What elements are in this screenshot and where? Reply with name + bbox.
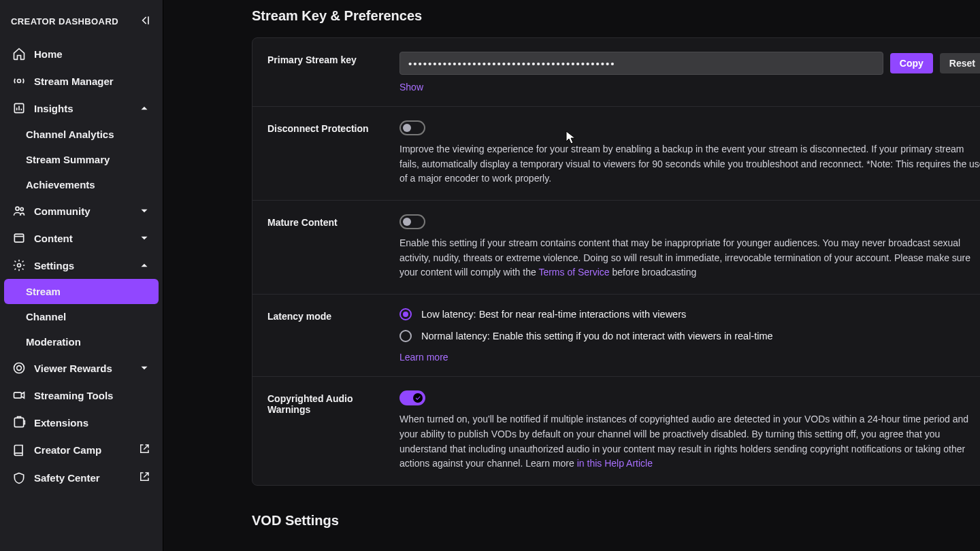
radio-icon [399, 330, 412, 342]
sidebar-title: CREATOR DASHBOARD [11, 16, 118, 27]
row-label: Primary Stream key [267, 52, 383, 93]
audio-description: When turned on, you'll be notified if mu… [399, 412, 980, 471]
chevron-down-icon [138, 362, 150, 374]
sidebar-label: Insights [34, 103, 74, 114]
sidebar-label: Creator Camp [34, 444, 101, 456]
camera-icon [12, 388, 26, 402]
sidebar: CREATOR DASHBOARD Home Stream Manager In… [0, 0, 163, 551]
sidebar-item-channel-analytics[interactable]: Channel Analytics [4, 122, 159, 147]
disconnect-description: Improve the viewing experience for your … [399, 142, 980, 186]
chevron-down-icon [138, 232, 150, 244]
home-icon [12, 47, 26, 61]
sidebar-label: Achievements [26, 179, 95, 190]
svg-point-6 [14, 363, 24, 373]
sidebar-label: Moderation [26, 336, 81, 348]
mature-toggle[interactable] [399, 214, 425, 229]
copy-button[interactable]: Copy [890, 53, 933, 73]
sidebar-item-extensions[interactable]: Extensions [4, 409, 159, 436]
sidebar-label: Viewer Rewards [34, 363, 112, 374]
sidebar-label: Stream Manager [34, 76, 114, 87]
row-label: Mature Content [267, 214, 383, 280]
row-label: Disconnect Protection [267, 120, 383, 186]
audio-warnings-toggle[interactable] [399, 390, 425, 405]
main-content: Stream Key & Preferences Primary Stream … [163, 0, 980, 551]
svg-point-7 [17, 366, 22, 371]
svg-point-3 [20, 207, 23, 210]
sidebar-label: Streaming Tools [34, 390, 113, 401]
sidebar-label: Stream Summary [26, 154, 110, 165]
sidebar-item-settings[interactable]: Settings [4, 252, 159, 279]
rewards-icon [12, 361, 26, 375]
sidebar-label: Extensions [34, 417, 88, 429]
sidebar-item-moderation[interactable]: Moderation [4, 329, 159, 354]
sidebar-item-creator-camp[interactable]: Creator Camp [4, 436, 159, 464]
radio-label: Low latency: Best for near real-time int… [421, 309, 686, 320]
sidebar-item-stream-summary[interactable]: Stream Summary [4, 147, 159, 172]
sidebar-label: Home [34, 48, 63, 60]
collapse-sidebar-button[interactable] [138, 14, 152, 29]
row-disconnect-protection: Disconnect Protection Improve the viewin… [252, 107, 980, 201]
svg-point-2 [16, 207, 19, 210]
row-stream-key: Primary Stream key Copy Reset Show [252, 38, 980, 107]
svg-rect-9 [14, 418, 23, 427]
mature-description: Enable this setting if your stream conta… [399, 236, 980, 280]
reset-button[interactable]: Reset [940, 53, 980, 73]
gear-icon [12, 258, 26, 272]
disconnect-toggle[interactable] [399, 120, 425, 135]
extensions-icon [12, 416, 26, 429]
sidebar-item-insights[interactable]: Insights [4, 95, 159, 122]
radio-icon [399, 308, 412, 320]
sidebar-item-stream[interactable]: Stream [4, 279, 159, 304]
stream-key-input[interactable] [399, 52, 883, 75]
svg-rect-8 [14, 393, 22, 398]
sidebar-label: Community [34, 205, 91, 217]
tos-link[interactable]: Terms of Service [538, 267, 609, 278]
sidebar-label: Stream [26, 286, 61, 297]
book-icon [12, 444, 26, 457]
community-icon [12, 204, 26, 218]
sidebar-item-streaming-tools[interactable]: Streaming Tools [4, 382, 159, 409]
svg-point-5 [18, 264, 21, 267]
stream-manager-icon [12, 74, 26, 88]
sidebar-label: Channel [26, 311, 66, 322]
sidebar-label: Settings [34, 260, 74, 271]
chevron-down-icon [138, 205, 150, 217]
latency-low-radio[interactable]: Low latency: Best for near real-time int… [399, 308, 980, 320]
chevron-up-icon [138, 102, 150, 114]
sidebar-item-home[interactable]: Home [4, 40, 159, 67]
external-link-icon [138, 471, 150, 485]
insights-icon [12, 101, 26, 115]
latency-normal-radio[interactable]: Normal latency: Enable this setting if y… [399, 330, 980, 342]
sidebar-item-community[interactable]: Community [4, 197, 159, 224]
row-label: Latency mode [267, 308, 383, 363]
svg-point-0 [18, 80, 21, 83]
sidebar-item-safety-center[interactable]: Safety Center [4, 464, 159, 492]
help-article-link[interactable]: in this Help Article [577, 458, 653, 469]
sidebar-item-stream-manager[interactable]: Stream Manager [4, 67, 159, 95]
vod-section-title: VOD Settings [252, 513, 980, 529]
sidebar-label: Content [34, 233, 73, 244]
radio-label: Normal latency: Enable this setting if y… [421, 331, 773, 341]
shield-icon [12, 471, 26, 485]
show-key-link[interactable]: Show [399, 82, 980, 93]
row-label: Copyrighted Audio Warnings [267, 390, 383, 471]
row-copyrighted-audio: Copyrighted Audio Warnings When turned o… [252, 377, 980, 485]
preferences-panel: Primary Stream key Copy Reset Show Disco… [252, 37, 980, 486]
latency-learn-more-link[interactable]: Learn more [399, 352, 980, 363]
chevron-up-icon [138, 259, 150, 271]
row-latency-mode: Latency mode Low latency: Best for near … [252, 295, 980, 377]
sidebar-label: Safety Center [34, 472, 100, 484]
sidebar-item-content[interactable]: Content [4, 224, 159, 252]
sidebar-item-viewer-rewards[interactable]: Viewer Rewards [4, 354, 159, 382]
sidebar-item-channel[interactable]: Channel [4, 304, 159, 329]
sidebar-item-achievements[interactable]: Achievements [4, 172, 159, 197]
svg-rect-4 [14, 234, 23, 242]
row-mature-content: Mature Content Enable this setting if yo… [252, 201, 980, 295]
sidebar-label: Channel Analytics [26, 129, 114, 140]
section-title: Stream Key & Preferences [252, 8, 980, 24]
content-icon [12, 231, 26, 245]
external-link-icon [138, 443, 150, 457]
